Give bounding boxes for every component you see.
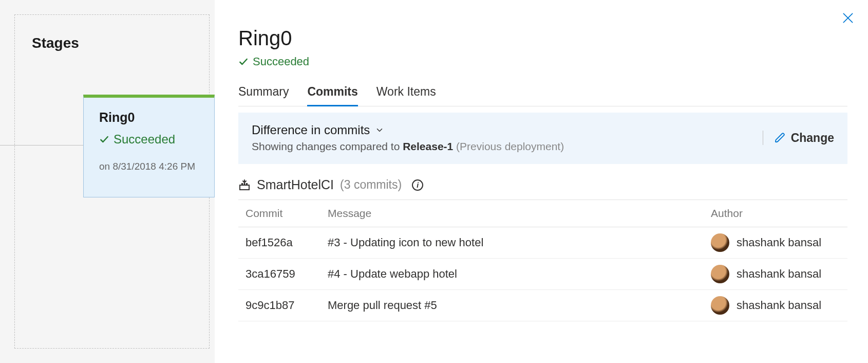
stage-name: Ring0 xyxy=(99,110,202,125)
detail-panel: Ring0 Succeeded Summary Commits Work Ite… xyxy=(215,0,868,363)
svg-rect-5 xyxy=(246,183,248,185)
table-row[interactable]: 3ca16759 #4 - Update webapp hotel shasha… xyxy=(238,259,847,290)
commit-author: shashank bansal xyxy=(737,267,821,281)
commit-table: Commit Message Author bef1526a #3 - Upda… xyxy=(238,199,847,321)
source-header: SmartHotelCI (3 commits) i xyxy=(238,177,847,199)
commit-author: shashank bansal xyxy=(737,299,821,312)
svg-rect-2 xyxy=(240,185,249,190)
col-commit: Commit xyxy=(238,200,320,227)
commit-hash: 9c9c1b87 xyxy=(238,290,320,321)
col-author: Author xyxy=(704,200,847,227)
commit-message: #3 - Updating icon to new hotel xyxy=(320,227,704,259)
commit-author-cell: shashank bansal xyxy=(704,227,847,259)
table-header: Commit Message Author xyxy=(238,200,847,227)
commit-author-cell: shashank bansal xyxy=(704,290,847,321)
stage-date: on 8/31/2018 4:26 PM xyxy=(99,161,202,172)
avatar xyxy=(711,296,729,315)
commit-hash: bef1526a xyxy=(238,227,320,259)
tab-bar: Summary Commits Work Items xyxy=(238,83,847,106)
col-message: Message xyxy=(320,200,704,227)
source-name: SmartHotelCI xyxy=(257,177,334,192)
pencil-icon xyxy=(775,132,786,143)
diff-sub-prefix: Showing changes compared to xyxy=(252,140,403,152)
diff-sub-strong: Release-1 xyxy=(403,140,453,152)
avatar xyxy=(711,233,729,252)
tab-summary[interactable]: Summary xyxy=(238,83,289,106)
commit-message: #4 - Update webapp hotel xyxy=(320,259,704,290)
stage-status: Succeeded xyxy=(99,132,202,147)
change-button[interactable]: Change xyxy=(775,131,834,145)
stage-card-ring0[interactable]: Ring0 Succeeded on 8/31/2018 4:26 PM xyxy=(83,95,215,197)
page-status-label: Succeeded xyxy=(253,55,309,68)
close-icon xyxy=(841,11,855,25)
check-icon xyxy=(238,57,249,67)
commit-hash: 3ca16759 xyxy=(238,259,320,290)
artifact-icon xyxy=(238,179,251,191)
diff-dropdown[interactable]: Difference in commits xyxy=(252,123,751,137)
check-icon xyxy=(99,134,109,144)
table-row[interactable]: 9c9c1b87 Merge pull request #5 shashank … xyxy=(238,290,847,321)
commit-message: Merge pull request #5 xyxy=(320,290,704,321)
change-label: Change xyxy=(791,131,834,145)
tab-commits[interactable]: Commits xyxy=(307,83,357,106)
stages-panel: Stages Ring0 Succeeded on 8/31/2018 4:26… xyxy=(0,0,215,363)
diff-sub-suffix: (Previous deployment) xyxy=(453,140,564,152)
info-icon[interactable]: i xyxy=(412,179,423,191)
svg-rect-4 xyxy=(244,183,246,185)
table-row[interactable]: bef1526a #3 - Updating icon to new hotel… xyxy=(238,227,847,259)
page-title: Ring0 xyxy=(238,27,847,50)
page-status: Succeeded xyxy=(238,55,847,68)
connector-line xyxy=(0,145,83,146)
svg-rect-3 xyxy=(241,183,243,185)
diff-title-label: Difference in commits xyxy=(252,123,370,137)
commit-author: shashank bansal xyxy=(737,236,821,249)
stages-heading: Stages xyxy=(32,35,79,51)
stage-status-label: Succeeded xyxy=(114,132,175,147)
chevron-down-icon xyxy=(375,125,384,135)
separator xyxy=(763,131,763,145)
commit-author-cell: shashank bansal xyxy=(704,259,847,290)
diff-summary-box: Difference in commits Showing changes co… xyxy=(238,113,847,164)
source-count: (3 commits) xyxy=(340,178,402,192)
diff-subtext: Showing changes compared to Release-1 (P… xyxy=(252,140,751,153)
tab-work-items[interactable]: Work Items xyxy=(376,83,436,106)
avatar xyxy=(711,265,729,283)
close-button[interactable] xyxy=(840,10,856,26)
